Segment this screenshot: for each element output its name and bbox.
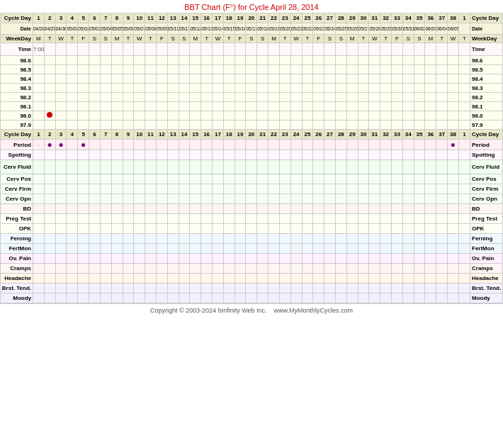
time-label: Time (1, 43, 33, 56)
footer-website: www.MyMonthlyCycles.com (274, 307, 354, 314)
bbt-chart: Cycle Day 1 2 3 4 5 6 7 8 9 10 11 12 13 … (0, 13, 503, 303)
cerv-fluid-label: Cerv Fluid (1, 160, 33, 174)
cycle-day-bottom-label-right: Cycle Day (470, 130, 503, 140)
preg-test-label-right: Preg Test (470, 214, 503, 224)
temp-row-986: 98.6 98.6 (1, 56, 503, 65)
fertmon-label: FertMon (1, 244, 33, 254)
temp-row-985: 98.5 98.5 (1, 65, 503, 74)
temp-row-981: 98.1 98.1 (1, 102, 503, 111)
temp-row-979: 97.9 97.9 (1, 121, 503, 130)
bd-label: BD (1, 204, 33, 214)
opk-label-right: OPK (470, 224, 503, 234)
bd-label-right: BD (470, 204, 503, 214)
cerv-opn-label: Cerv Opn (1, 194, 33, 204)
weekday-row: WeekDay M T W T F S S M T W T F S S M T … (1, 35, 503, 43)
chart-title: BBT Chart (F°) for Cycle April 28, 2014 (0, 0, 503, 13)
spotting-row: Spotting Spotting (1, 150, 503, 160)
brst-tend-label: Brst. Tend. (1, 284, 33, 293)
cycle-day-label-right: Cycle Day (470, 13, 503, 23)
ov-pain-row: Ov. Pain Ov. Pain (1, 254, 503, 264)
cerv-firm-row: Cerv Firm Cerv Firm (1, 184, 503, 194)
date-row: Date 04/28 04/29 04/30 05/01 05/02 05/03… (1, 23, 503, 35)
opk-row: OPK OPK (1, 224, 503, 234)
fertmon-row: FertMon FertMon (1, 244, 503, 254)
cerv-pos-label: Cerv Pos (1, 174, 33, 184)
cerv-firm-label-right: Cerv Firm (470, 184, 503, 194)
opk-label: OPK (1, 224, 33, 234)
ov-pain-label: Ov. Pain (1, 254, 33, 264)
temp-986-label: 98.6 (1, 56, 33, 65)
temp-row-982: 98.2 98.2 (1, 93, 503, 102)
cerv-fluid-row: Cerv Fluid Cerv Fluid (1, 160, 503, 174)
bd-row: BD BD (1, 204, 503, 214)
cycle-day-label: Cycle Day (1, 13, 33, 23)
ov-pain-label-right: Ov. Pain (470, 254, 503, 264)
cerv-pos-label-right: Cerv Pos (470, 174, 503, 184)
cerv-fluid-label-right: Cerv Fluid (470, 160, 503, 174)
cramps-label-right: Cramps (470, 264, 503, 274)
spotting-label: Spotting (1, 150, 33, 160)
cerv-pos-row: Cerv Pos Cerv Pos (1, 174, 503, 184)
cerv-firm-label: Cerv Firm (1, 184, 33, 194)
temp-row-983: 98.3 98.3 (1, 84, 503, 93)
period-marker-2: ● (47, 140, 52, 150)
headache-label-right: Headache (470, 274, 503, 284)
cycle-day-bottom-row: Cycle Day 12345678910 111213141516171819… (1, 130, 503, 140)
temp-row-980: 98.0 98.0 (1, 111, 503, 121)
date-label-right: Date (470, 23, 503, 35)
cycle-day-header-row: Cycle Day 1 2 3 4 5 6 7 8 9 10 11 12 13 … (1, 13, 503, 23)
period-marker-3: ● (58, 140, 63, 150)
chart-container: BBT Chart (F°) for Cycle April 28, 2014 … (0, 0, 503, 317)
period-label-right: Period (470, 140, 503, 150)
cerv-opn-row: Cerv Opn Cerv Opn (1, 194, 503, 204)
time-label-right: Time (470, 43, 503, 56)
time-row: Time 7:00 (1, 43, 503, 56)
moody-label-right: Moody (470, 293, 503, 303)
cd-1: 1 (33, 13, 45, 23)
moody-row: Moody Moody (1, 293, 503, 303)
temp-986-label-right: 98.6 (470, 56, 503, 65)
period-label: Period (1, 140, 33, 150)
ferning-row: Ferning Ferning (1, 234, 503, 244)
ferning-label: Ferning (1, 234, 33, 244)
period-marker-end: ● (451, 140, 456, 150)
moody-label: Moody (1, 293, 33, 303)
period-row: Period ·. ● ● ● ● Period (1, 140, 503, 150)
period-marker-5: ● (81, 140, 86, 150)
fertmon-label-right: FertMon (470, 244, 503, 254)
preg-test-row: Preg Test Preg Test (1, 214, 503, 224)
footer-copyright: Copyright © 2003-2024 bInfinity Web Inc. (150, 307, 267, 314)
period-dot-marker: ·. (37, 141, 40, 148)
weekday-label-right: WeekDay (470, 35, 503, 43)
temp-row-984: 98.4 98.4 (1, 74, 503, 84)
title-main: BBT Chart (F°) for Cycle (184, 3, 269, 11)
temp-dot-day2 (47, 112, 52, 118)
brst-tend-label-right: Brst. Tend. (470, 284, 503, 293)
cramps-row: Cramps Cramps (1, 264, 503, 274)
cycle-day-bottom-label: Cycle Day (1, 130, 33, 140)
cerv-opn-label-right: Cerv Opn (470, 194, 503, 204)
date-label: Date (1, 23, 33, 35)
weekday-label: WeekDay (1, 35, 33, 43)
headache-row: Headache Headache (1, 274, 503, 284)
ferning-label-right: Ferning (470, 234, 503, 244)
footer: Copyright © 2003-2024 bInfinity Web Inc.… (0, 303, 503, 317)
brst-tend-row: Brst. Tend. Brst. Tend. (1, 284, 503, 293)
cramps-label: Cramps (1, 264, 33, 274)
title-date: April 28, 2014 (271, 3, 319, 11)
spotting-label-right: Spotting (470, 150, 503, 160)
preg-test-label: Preg Test (1, 214, 33, 224)
headache-label: Headache (1, 274, 33, 284)
